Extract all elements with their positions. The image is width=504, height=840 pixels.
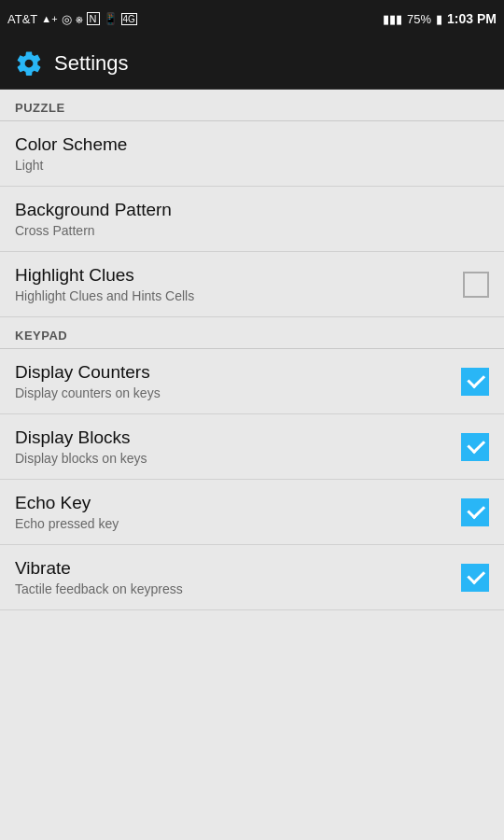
carrier-label: AT&T	[7, 12, 37, 26]
status-right: ▮▮▮ 75% ▮ 1:03 PM	[383, 11, 497, 26]
background-pattern-subtitle: Cross Pattern	[15, 223, 489, 238]
signal-bars-icon: ▮▮▮	[383, 12, 402, 26]
page-title: Settings	[54, 51, 129, 76]
setting-text-vibrate: Vibrate Tactile feedback on keypress	[15, 558, 461, 596]
highlight-clues-checkbox[interactable]	[463, 272, 489, 298]
setting-row-color-scheme[interactable]: Color Scheme Light	[0, 121, 504, 187]
settings-gear-icon	[15, 49, 43, 77]
setting-text-highlight-clues: Highlight Clues Highlight Clues and Hint…	[15, 265, 463, 303]
battery-label: 75%	[407, 12, 431, 26]
vibrate-title: Vibrate	[15, 558, 461, 579]
display-counters-checkbox[interactable]	[461, 368, 489, 396]
vibrate-subtitle: Tactile feedback on keypress	[15, 581, 461, 596]
echo-key-title: Echo Key	[15, 493, 461, 513]
nfc-icon: N	[87, 12, 100, 25]
time-label: 1:03 PM	[447, 11, 497, 26]
echo-key-checkbox[interactable]	[461, 498, 489, 526]
app-header: Settings	[0, 37, 504, 90]
lte-icon: 4G	[121, 13, 137, 25]
section-header-puzzle: PUZZLE	[0, 90, 504, 120]
wifi-icon: ◎	[62, 12, 72, 26]
phone-icon: 📱	[104, 12, 118, 25]
bluetooth-icon: ⎈	[76, 12, 83, 26]
setting-text-echo-key: Echo Key Echo pressed key	[15, 493, 461, 531]
settings-content: PUZZLE Color Scheme Light Background Pat…	[0, 90, 504, 610]
setting-text-background-pattern: Background Pattern Cross Pattern	[15, 200, 489, 238]
display-blocks-title: Display Blocks	[15, 427, 461, 448]
display-blocks-subtitle: Display blocks on keys	[15, 451, 461, 466]
highlight-clues-subtitle: Highlight Clues and Hints Cells	[15, 288, 463, 303]
display-blocks-checkbox[interactable]	[461, 433, 489, 461]
setting-row-display-blocks[interactable]: Display Blocks Display blocks on keys	[0, 414, 504, 480]
signal-icon: ▲+	[41, 13, 57, 24]
color-scheme-subtitle: Light	[15, 158, 489, 173]
setting-row-echo-key[interactable]: Echo Key Echo pressed key	[0, 480, 504, 545]
highlight-clues-title: Highlight Clues	[15, 265, 463, 286]
setting-row-background-pattern[interactable]: Background Pattern Cross Pattern	[0, 187, 504, 252]
display-counters-subtitle: Display counters on keys	[15, 385, 461, 400]
status-bar: AT&T ▲+ ◎ ⎈ N 📱 4G ▮▮▮ 75% ▮ 1:03 PM	[0, 0, 504, 37]
battery-icon: ▮	[436, 12, 442, 26]
section-header-keypad: KEYPAD	[0, 317, 504, 348]
setting-text-display-blocks: Display Blocks Display blocks on keys	[15, 427, 461, 466]
echo-key-subtitle: Echo pressed key	[15, 516, 461, 531]
display-counters-title: Display Counters	[15, 362, 461, 383]
color-scheme-title: Color Scheme	[15, 134, 489, 155]
setting-row-vibrate[interactable]: Vibrate Tactile feedback on keypress	[0, 545, 504, 610]
setting-text-display-counters: Display Counters Display counters on key…	[15, 362, 461, 400]
setting-text-color-scheme: Color Scheme Light	[15, 134, 489, 173]
setting-row-display-counters[interactable]: Display Counters Display counters on key…	[0, 349, 504, 414]
setting-row-highlight-clues[interactable]: Highlight Clues Highlight Clues and Hint…	[0, 252, 504, 317]
vibrate-checkbox[interactable]	[461, 564, 489, 592]
status-left: AT&T ▲+ ◎ ⎈ N 📱 4G	[7, 12, 137, 26]
background-pattern-title: Background Pattern	[15, 200, 489, 220]
